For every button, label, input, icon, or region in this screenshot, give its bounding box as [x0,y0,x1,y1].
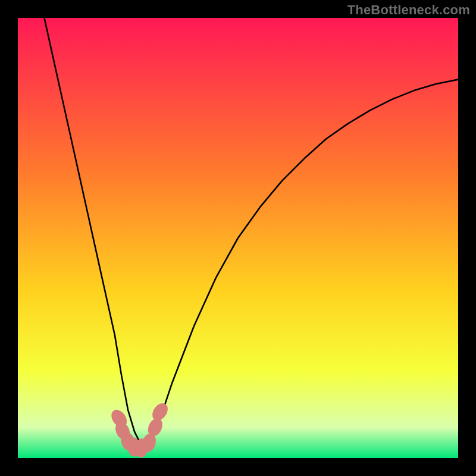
chart-svg [18,18,458,458]
chart-plot-area [18,18,458,458]
watermark-text: TheBottleneck.com [347,2,470,18]
chart-frame: TheBottleneck.com [0,0,476,476]
